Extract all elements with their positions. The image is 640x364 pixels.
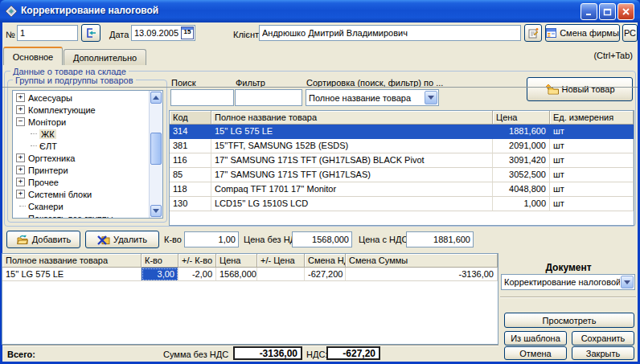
sort-combobox[interactable]: Полное название товара	[306, 89, 439, 106]
column-header-name[interactable]: Полное название товара	[211, 111, 493, 125]
tab-main[interactable]: Основное	[3, 47, 63, 65]
edit-client-button[interactable]	[524, 24, 542, 42]
cell-unit: шт	[550, 182, 634, 197]
save-button[interactable]: Сохранить	[572, 331, 634, 346]
cell-unit: шт	[550, 153, 634, 168]
tree-connector	[31, 133, 37, 134]
table-row[interactable]: 85 17'' SAMSUNG 171S TFT (GH17LSAS) 3052…	[170, 168, 634, 182]
edit-client-icon	[527, 27, 539, 39]
maximize-button[interactable]	[599, 3, 616, 20]
tree-item-label: Монітори	[28, 117, 66, 127]
cell-price: 1568,000	[216, 268, 257, 281]
tree-item-label: Прочее	[28, 178, 59, 187]
client-input[interactable]	[259, 25, 521, 41]
column-header-qty[interactable]: К-во	[142, 254, 178, 268]
dropdown-arrow-icon[interactable]	[621, 276, 634, 288]
tree-item[interactable]: +Оргтехника	[16, 152, 75, 164]
price-gross-input[interactable]	[406, 231, 474, 247]
vat-label: НДС:	[306, 350, 327, 360]
minimize-button[interactable]	[581, 3, 597, 20]
price-gross-label: Цена с НДС:	[359, 235, 410, 245]
renumber-icon	[84, 27, 97, 39]
document-table-row[interactable]: 15'' LG 575 LE 3,00 -2,00 1568,000 -627,…	[2, 268, 498, 281]
tree-item-selected[interactable]: ЖК	[31, 128, 56, 140]
dropdown-arrow-icon[interactable]	[425, 91, 437, 104]
product-table: Код Полное название товара Цена Ед. изме…	[169, 110, 634, 226]
document-type-combobox[interactable]: Корректирование налоговой	[501, 274, 635, 290]
document-number-input[interactable]	[17, 25, 78, 41]
column-header-sum-change[interactable]: Смена Суммы	[346, 254, 498, 268]
app-window: Корректирование налоговой № Дата 15 Кліє…	[0, 0, 640, 364]
price-net-input[interactable]	[292, 231, 352, 247]
tree-item[interactable]: +Системні блоки	[16, 188, 92, 200]
tree-item[interactable]: ЄЛТ	[31, 140, 57, 152]
preview-button[interactable]: Просмотреть	[504, 313, 634, 328]
from-template-button[interactable]: Из шаблона	[504, 331, 567, 346]
close-doc-button[interactable]: Закрыть	[572, 346, 634, 360]
table-row[interactable]: 118 Compaq TFT 1701 17'' Monitor 4048,80…	[170, 182, 634, 197]
table-row-selected[interactable]: 314 15'' LG 575 LE 1881,600 шт	[170, 125, 634, 139]
tree-item-label: Системні блоки	[28, 190, 92, 199]
tree-item[interactable]: +Прочее	[16, 176, 59, 188]
pc-button[interactable]: РС	[622, 24, 638, 42]
tree-item-label: Комплектующие	[28, 105, 96, 115]
table-row[interactable]: 381 15''TFT, SAMSUNG 152B (ESDS) 2091,00…	[170, 139, 634, 153]
search-input[interactable]	[170, 89, 234, 106]
tree-item[interactable]: −Монітори	[16, 116, 66, 128]
column-header-price[interactable]: Цена	[216, 254, 257, 268]
scroll-up-button[interactable]	[150, 92, 162, 104]
tree-scrollbar[interactable]	[149, 91, 162, 218]
tab-additional[interactable]: Дополнительно	[64, 49, 146, 65]
filter-input[interactable]	[235, 89, 302, 106]
cell-qty-selected[interactable]: 3,00	[142, 268, 178, 281]
cell-name: LCD15'' LG 1510S LCD	[211, 197, 493, 211]
cell-name: 17'' SAMSUNG 171S TFT (GH17LSAS)	[211, 168, 493, 182]
tree-item-label: Оргтехника	[28, 153, 75, 163]
scrollbar-thumb[interactable]	[150, 133, 162, 165]
delete-button[interactable]: Удалить	[85, 231, 159, 248]
qty-input[interactable]	[184, 231, 239, 247]
expand-icon[interactable]: +	[16, 105, 25, 114]
tree-item[interactable]: +Комплектующие	[16, 104, 96, 116]
tree-item-label: Принтери	[28, 166, 68, 175]
scroll-down-button[interactable]	[150, 205, 162, 217]
app-icon	[5, 5, 18, 18]
table-row[interactable]: 130 LCD15'' LG 1510S LCD 1,000 шт	[170, 197, 634, 211]
expand-icon[interactable]: +	[16, 190, 25, 198]
document-type-value: Корректирование налоговой	[502, 277, 620, 287]
panel-divider	[500, 297, 636, 298]
change-firm-button[interactable]: Смена фирмы	[545, 24, 620, 42]
expand-icon[interactable]: +	[16, 153, 25, 162]
collapse-icon[interactable]: −	[16, 117, 25, 126]
new-product-button[interactable]: Новый товар	[527, 77, 633, 101]
column-header-name[interactable]: Полное название товара	[2, 254, 142, 268]
tree-item[interactable]: +Принтери	[16, 164, 68, 176]
tree-item[interactable]: +Аксесуары	[16, 92, 72, 104]
tree-item[interactable]: Показать все группы	[19, 212, 113, 219]
tree-connector	[31, 145, 37, 146]
table-row[interactable]: 116 17'' SAMSUNG 171S TFT (GH17LSAB) BLA…	[170, 153, 634, 168]
cell-code: 118	[170, 182, 211, 197]
tree-item-label: Аксесуары	[28, 93, 72, 103]
cancel-button[interactable]: Отмена	[504, 346, 567, 360]
totals-bar: Всего: Сумма без НДС -3136,00 НДС: -627,…	[2, 345, 498, 362]
expand-icon[interactable]: +	[16, 178, 25, 186]
cell-price: 4048,800	[493, 182, 550, 197]
add-button[interactable]: Добавить	[6, 231, 80, 248]
expand-icon[interactable]: +	[16, 93, 25, 102]
expand-icon[interactable]: +	[16, 166, 25, 174]
maximize-icon	[603, 7, 612, 16]
close-button[interactable]	[617, 3, 634, 20]
column-header-code[interactable]: Код	[170, 111, 211, 125]
title-bar[interactable]: Корректирование налоговой	[0, 0, 640, 22]
cell-unit: шт	[550, 125, 634, 139]
calendar-button[interactable]: 15	[181, 27, 194, 39]
cell-name: 17'' SAMSUNG 171S TFT (GH17LSAB) BLACK P…	[211, 153, 493, 168]
renumber-button[interactable]	[81, 24, 101, 42]
column-header-price-delta[interactable]: +/- Цена	[257, 254, 305, 268]
column-header-unit[interactable]: Ед. измерения	[550, 111, 634, 125]
column-header-vat-change[interactable]: Смена НДС	[305, 254, 346, 268]
tree-item[interactable]: Сканери	[19, 200, 64, 212]
column-header-price[interactable]: Цена	[493, 111, 550, 125]
column-header-qty-delta[interactable]: +/- К-во	[178, 254, 216, 268]
